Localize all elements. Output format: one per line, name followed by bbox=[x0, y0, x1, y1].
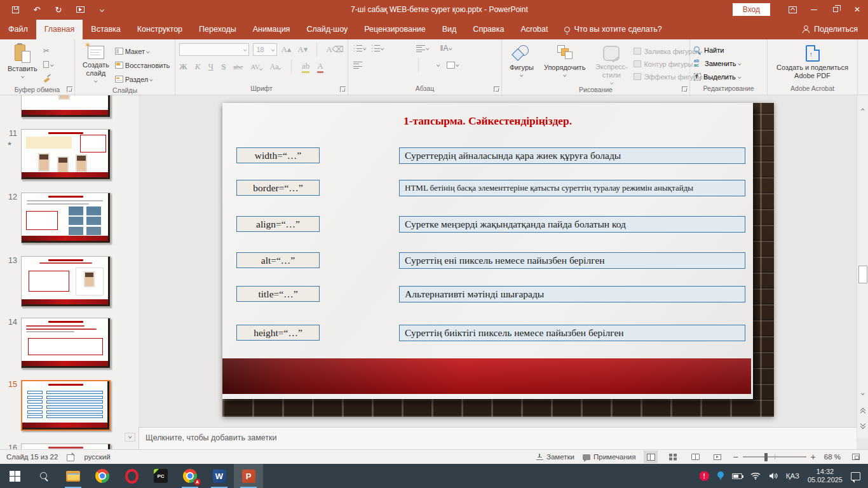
match-term-box[interactable]: border=“…” bbox=[236, 180, 320, 196]
underline-button[interactable]: Ч bbox=[208, 62, 214, 72]
font-dialog-launcher[interactable] bbox=[340, 86, 346, 92]
thumbnail-slide-16[interactable]: 16 bbox=[21, 444, 111, 449]
taskbar-word[interactable]: W bbox=[205, 464, 234, 488]
slide-sorter-view-button[interactable] bbox=[666, 451, 680, 463]
align-center-button[interactable] bbox=[368, 60, 379, 70]
bullets-button[interactable] bbox=[352, 43, 367, 53]
battery-icon[interactable] bbox=[732, 473, 742, 479]
start-button[interactable] bbox=[0, 464, 29, 488]
bold-button[interactable]: Ж bbox=[179, 62, 187, 72]
zoom-slider[interactable] bbox=[743, 456, 806, 458]
undo-button[interactable]: ↶ bbox=[31, 4, 43, 15]
new-slide-button[interactable]: Создать слайд bbox=[79, 43, 113, 86]
match-definition-box[interactable]: Суреттің биіктігі пиксель немесе пайызбе… bbox=[399, 325, 745, 341]
taskbar-file-explorer[interactable] bbox=[58, 464, 88, 488]
increase-indent-button[interactable] bbox=[401, 43, 412, 53]
font-name-combo[interactable] bbox=[179, 43, 249, 56]
share-button[interactable]: Поделиться bbox=[792, 20, 868, 39]
match-term-box[interactable]: width=“…” bbox=[236, 147, 320, 163]
match-term-box[interactable]: height=“…” bbox=[236, 325, 320, 341]
replace-button[interactable]: abacЗаменить bbox=[694, 57, 763, 69]
decrease-font-button[interactable]: A▾ bbox=[297, 44, 308, 55]
keyboard-language[interactable]: ҚАЗ bbox=[786, 472, 799, 480]
strikethrough-button[interactable]: abc bbox=[233, 63, 243, 71]
match-definition-box[interactable]: Суреттің ені пиксель немесе пайызбен бер… bbox=[399, 252, 745, 269]
vertical-scrollbar[interactable] bbox=[857, 95, 868, 438]
thumbnail-slide-12[interactable]: 12 bbox=[21, 193, 111, 243]
slide-editor[interactable]: 1-тапсырма. Сәйкестендіріңіздер. width=“… bbox=[222, 103, 774, 417]
smartart-button[interactable] bbox=[445, 60, 460, 70]
tab-design[interactable]: Конструктор bbox=[129, 20, 191, 39]
section-button[interactable]: Раздел bbox=[113, 72, 172, 86]
numbering-button[interactable] bbox=[370, 43, 385, 53]
font-color-button[interactable]: А bbox=[317, 61, 323, 73]
select-button[interactable]: Выделить bbox=[694, 71, 763, 83]
copy-button[interactable] bbox=[41, 58, 55, 71]
fit-slide-button[interactable] bbox=[849, 451, 863, 463]
tab-insert[interactable]: Вставка bbox=[83, 20, 128, 39]
thumbnail-slide-13[interactable]: 13 bbox=[21, 256, 111, 307]
tab-slideshow[interactable]: Слайд-шоу bbox=[298, 20, 356, 39]
thumbnail-image[interactable] bbox=[21, 193, 111, 243]
alert-icon[interactable]: ! bbox=[700, 471, 709, 481]
thumbnail-slide-14[interactable]: 14 bbox=[21, 318, 111, 369]
taskbar-powerpoint[interactable]: P bbox=[234, 464, 263, 488]
clock[interactable]: 14:32 05.02.2025 bbox=[808, 468, 843, 484]
line-spacing-button[interactable] bbox=[415, 43, 430, 53]
thumbnail-slide-10[interactable] bbox=[21, 95, 111, 118]
action-center-icon[interactable] bbox=[851, 472, 860, 480]
redo-button[interactable]: ↻ bbox=[52, 4, 65, 15]
notes-placeholder[interactable]: Щелкните, чтобы добавить заметки bbox=[146, 433, 276, 442]
language-indicator[interactable]: русский bbox=[84, 453, 110, 461]
align-right-button[interactable] bbox=[384, 60, 395, 70]
match-definition-box[interactable]: Суреттердің айналасында қара жиек құруға… bbox=[399, 147, 745, 164]
justify-button[interactable] bbox=[400, 60, 411, 70]
thumbnail-image[interactable] bbox=[21, 380, 111, 431]
save-button[interactable] bbox=[9, 4, 22, 15]
drawing-dialog-launcher[interactable] bbox=[682, 86, 688, 92]
shapes-button[interactable]: Фигуры bbox=[506, 43, 538, 85]
match-term-box[interactable]: align=“…” bbox=[236, 216, 320, 232]
thumbnail-image[interactable] bbox=[21, 129, 111, 180]
zoom-out-button[interactable]: − bbox=[733, 454, 738, 460]
next-slide-button[interactable] bbox=[858, 420, 868, 430]
tab-transitions[interactable]: Переходы bbox=[191, 20, 245, 39]
font-size-combo[interactable]: 18 bbox=[253, 43, 277, 56]
tab-acrobat[interactable]: Acrobat bbox=[512, 20, 556, 39]
create-pdf-button[interactable]: Создать и поделиться Adobe PDF bbox=[773, 43, 853, 84]
taskbar-opera[interactable] bbox=[117, 464, 146, 488]
align-left-button[interactable] bbox=[352, 60, 363, 70]
clipboard-dialog-launcher[interactable] bbox=[67, 86, 72, 92]
match-definition-box[interactable]: Альтернативті мәтінді шығарады bbox=[399, 286, 745, 302]
zoom-slider-handle[interactable] bbox=[764, 453, 768, 461]
restore-button[interactable] bbox=[825, 0, 846, 19]
thumbnail-image[interactable] bbox=[21, 318, 111, 369]
paste-button[interactable]: Вставить bbox=[4, 43, 41, 85]
minimize-button[interactable] bbox=[803, 0, 825, 19]
match-term-box[interactable]: alt=“…” bbox=[236, 252, 320, 268]
taskbar-search-button[interactable] bbox=[29, 464, 58, 488]
thumbnail-slide-11[interactable]: 11 ★ bbox=[21, 129, 111, 180]
cut-button[interactable]: ✂ bbox=[41, 44, 55, 57]
reading-view-button[interactable] bbox=[688, 451, 702, 463]
customize-qat-button[interactable] bbox=[95, 4, 108, 15]
thumbnail-scroll-down-button[interactable] bbox=[125, 433, 135, 442]
location-pin-icon[interactable] bbox=[717, 471, 724, 480]
slideshow-view-button[interactable] bbox=[710, 451, 724, 463]
format-painter-button[interactable] bbox=[41, 72, 55, 85]
quick-styles-button[interactable]: Экспресс-стили bbox=[592, 43, 631, 85]
scroll-down-button[interactable] bbox=[858, 389, 868, 399]
thumbnail-image[interactable] bbox=[21, 444, 111, 449]
character-spacing-button[interactable]: AV bbox=[250, 63, 262, 71]
zoom-in-button[interactable]: + bbox=[811, 454, 816, 460]
tell-me-box[interactable]: Что вы хотите сделать? bbox=[557, 20, 670, 39]
notes-pane[interactable]: Щелкните, чтобы добавить заметки bbox=[139, 427, 857, 449]
notes-toggle-button[interactable]: Заметки bbox=[536, 453, 574, 461]
normal-view-button[interactable] bbox=[644, 451, 658, 463]
tab-help[interactable]: Справка bbox=[465, 20, 512, 39]
paragraph-dialog-launcher[interactable] bbox=[494, 86, 499, 92]
thumbnail-image[interactable] bbox=[21, 95, 111, 118]
thumbnail-slide-15[interactable]: 15 bbox=[21, 380, 111, 431]
comments-toggle-button[interactable]: Примечания bbox=[583, 453, 635, 461]
tab-view[interactable]: Вид bbox=[434, 20, 465, 39]
